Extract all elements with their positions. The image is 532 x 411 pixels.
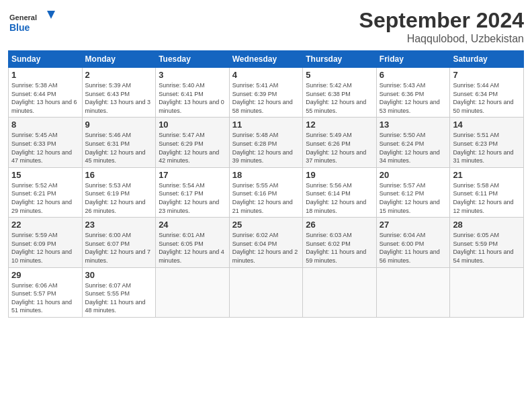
day-number: 12 xyxy=(306,120,373,130)
table-row: 9 Sunrise: 5:46 AM Sunset: 6:31 PM Dayli… xyxy=(82,118,156,167)
header-monday: Monday xyxy=(82,51,156,68)
logo: General Blue xyxy=(8,8,62,38)
day-number: 14 xyxy=(453,120,521,130)
day-number: 11 xyxy=(232,120,300,130)
day-info: Sunrise: 6:06 AM Sunset: 5:57 PM Dayligh… xyxy=(11,281,79,315)
day-info: Sunrise: 5:40 AM Sunset: 6:41 PM Dayligh… xyxy=(159,81,226,115)
day-number: 29 xyxy=(11,270,79,280)
table-row: 27 Sunrise: 6:04 AM Sunset: 6:00 PM Dayl… xyxy=(376,218,450,267)
day-number: 2 xyxy=(85,70,153,80)
day-info: Sunrise: 5:58 AM Sunset: 6:11 PM Dayligh… xyxy=(453,181,521,215)
table-row: 22 Sunrise: 5:59 AM Sunset: 6:09 PM Dayl… xyxy=(9,218,83,267)
day-info: Sunrise: 6:03 AM Sunset: 6:02 PM Dayligh… xyxy=(306,231,373,265)
logo-svg: General Blue xyxy=(8,8,62,38)
day-number: 27 xyxy=(380,220,447,230)
day-number: 18 xyxy=(232,170,300,180)
weekday-header-row: Sunday Monday Tuesday Wednesday Thursday… xyxy=(9,51,524,68)
table-row: 23 Sunrise: 6:00 AM Sunset: 6:07 PM Dayl… xyxy=(82,218,156,267)
calendar-week-row: 29 Sunrise: 6:06 AM Sunset: 5:57 PM Dayl… xyxy=(9,267,524,317)
day-info: Sunrise: 5:50 AM Sunset: 6:24 PM Dayligh… xyxy=(380,131,447,165)
title-area: September 2024 Haqqulobod, Uzbekistan xyxy=(359,8,524,45)
day-number: 13 xyxy=(380,120,447,130)
table-row xyxy=(303,267,377,317)
svg-text:Blue: Blue xyxy=(9,22,30,33)
day-info: Sunrise: 5:41 AM Sunset: 6:39 PM Dayligh… xyxy=(232,81,300,115)
table-row: 30 Sunrise: 6:07 AM Sunset: 5:55 PM Dayl… xyxy=(82,267,156,317)
day-info: Sunrise: 5:55 AM Sunset: 6:16 PM Dayligh… xyxy=(232,181,300,215)
table-row: 24 Sunrise: 6:01 AM Sunset: 6:05 PM Dayl… xyxy=(156,218,230,267)
day-info: Sunrise: 5:49 AM Sunset: 6:26 PM Dayligh… xyxy=(306,131,373,165)
day-info: Sunrise: 6:01 AM Sunset: 6:05 PM Dayligh… xyxy=(159,231,226,265)
day-number: 23 xyxy=(85,220,153,230)
day-number: 1 xyxy=(11,70,79,80)
day-info: Sunrise: 5:43 AM Sunset: 6:36 PM Dayligh… xyxy=(380,81,447,115)
table-row: 20 Sunrise: 5:57 AM Sunset: 6:12 PM Dayl… xyxy=(376,167,450,217)
table-row: 26 Sunrise: 6:03 AM Sunset: 6:02 PM Dayl… xyxy=(303,218,377,267)
table-row: 6 Sunrise: 5:43 AM Sunset: 6:36 PM Dayli… xyxy=(376,68,450,118)
table-row xyxy=(450,267,524,317)
day-info: Sunrise: 5:54 AM Sunset: 6:17 PM Dayligh… xyxy=(159,181,226,215)
table-row: 16 Sunrise: 5:53 AM Sunset: 6:19 PM Dayl… xyxy=(82,167,156,217)
day-number: 16 xyxy=(85,170,153,180)
day-info: Sunrise: 5:42 AM Sunset: 6:38 PM Dayligh… xyxy=(306,81,373,115)
calendar-table: Sunday Monday Tuesday Wednesday Thursday… xyxy=(8,50,524,318)
day-number: 19 xyxy=(306,170,373,180)
day-number: 3 xyxy=(159,70,226,80)
table-row: 28 Sunrise: 6:05 AM Sunset: 5:59 PM Dayl… xyxy=(450,218,524,267)
table-row: 14 Sunrise: 5:51 AM Sunset: 6:23 PM Dayl… xyxy=(450,118,524,167)
day-info: Sunrise: 5:39 AM Sunset: 6:43 PM Dayligh… xyxy=(85,81,153,115)
day-info: Sunrise: 5:48 AM Sunset: 6:28 PM Dayligh… xyxy=(232,131,300,165)
table-row: 21 Sunrise: 5:58 AM Sunset: 6:11 PM Dayl… xyxy=(450,167,524,217)
day-number: 30 xyxy=(85,270,153,280)
table-row: 12 Sunrise: 5:49 AM Sunset: 6:26 PM Dayl… xyxy=(303,118,377,167)
day-number: 15 xyxy=(11,170,79,180)
calendar-week-row: 22 Sunrise: 5:59 AM Sunset: 6:09 PM Dayl… xyxy=(9,218,524,267)
day-info: Sunrise: 5:57 AM Sunset: 6:12 PM Dayligh… xyxy=(380,181,447,215)
svg-marker-3 xyxy=(47,11,55,19)
table-row: 5 Sunrise: 5:42 AM Sunset: 6:38 PM Dayli… xyxy=(303,68,377,118)
table-row: 15 Sunrise: 5:52 AM Sunset: 6:21 PM Dayl… xyxy=(9,167,83,217)
table-row: 7 Sunrise: 5:44 AM Sunset: 6:34 PM Dayli… xyxy=(450,68,524,118)
table-row: 18 Sunrise: 5:55 AM Sunset: 6:16 PM Dayl… xyxy=(229,167,303,217)
table-row xyxy=(376,267,450,317)
day-info: Sunrise: 5:38 AM Sunset: 6:44 PM Dayligh… xyxy=(11,81,79,115)
header-saturday: Saturday xyxy=(450,51,524,68)
day-number: 28 xyxy=(453,220,521,230)
table-row: 4 Sunrise: 5:41 AM Sunset: 6:39 PM Dayli… xyxy=(229,68,303,118)
day-info: Sunrise: 6:05 AM Sunset: 5:59 PM Dayligh… xyxy=(453,231,521,265)
table-row: 1 Sunrise: 5:38 AM Sunset: 6:44 PM Dayli… xyxy=(9,68,83,118)
table-row: 25 Sunrise: 6:02 AM Sunset: 6:04 PM Dayl… xyxy=(229,218,303,267)
table-row: 11 Sunrise: 5:48 AM Sunset: 6:28 PM Dayl… xyxy=(229,118,303,167)
day-number: 7 xyxy=(453,70,521,80)
day-info: Sunrise: 5:46 AM Sunset: 6:31 PM Dayligh… xyxy=(85,131,153,165)
day-number: 5 xyxy=(306,70,373,80)
day-info: Sunrise: 5:45 AM Sunset: 6:33 PM Dayligh… xyxy=(11,131,79,165)
day-info: Sunrise: 5:59 AM Sunset: 6:09 PM Dayligh… xyxy=(11,231,79,265)
calendar-week-row: 1 Sunrise: 5:38 AM Sunset: 6:44 PM Dayli… xyxy=(9,68,524,118)
day-number: 4 xyxy=(232,70,300,80)
day-number: 26 xyxy=(306,220,373,230)
day-number: 9 xyxy=(85,120,153,130)
table-row: 17 Sunrise: 5:54 AM Sunset: 6:17 PM Dayl… xyxy=(156,167,230,217)
table-row xyxy=(156,267,230,317)
table-row: 19 Sunrise: 5:56 AM Sunset: 6:14 PM Dayl… xyxy=(303,167,377,217)
table-row xyxy=(229,267,303,317)
day-number: 8 xyxy=(11,120,79,130)
header-wednesday: Wednesday xyxy=(229,51,303,68)
day-number: 25 xyxy=(232,220,300,230)
header: General Blue September 2024 Haqqulobod, … xyxy=(8,8,524,45)
header-tuesday: Tuesday xyxy=(156,51,230,68)
day-info: Sunrise: 6:02 AM Sunset: 6:04 PM Dayligh… xyxy=(232,231,300,265)
table-row: 13 Sunrise: 5:50 AM Sunset: 6:24 PM Dayl… xyxy=(376,118,450,167)
day-info: Sunrise: 5:56 AM Sunset: 6:14 PM Dayligh… xyxy=(306,181,373,215)
calendar-week-row: 15 Sunrise: 5:52 AM Sunset: 6:21 PM Dayl… xyxy=(9,167,524,217)
day-info: Sunrise: 5:44 AM Sunset: 6:34 PM Dayligh… xyxy=(453,81,521,115)
svg-text:General: General xyxy=(9,13,37,21)
day-info: Sunrise: 5:51 AM Sunset: 6:23 PM Dayligh… xyxy=(453,131,521,165)
day-info: Sunrise: 6:00 AM Sunset: 6:07 PM Dayligh… xyxy=(85,231,153,265)
table-row: 8 Sunrise: 5:45 AM Sunset: 6:33 PM Dayli… xyxy=(9,118,83,167)
table-row: 10 Sunrise: 5:47 AM Sunset: 6:29 PM Dayl… xyxy=(156,118,230,167)
day-number: 17 xyxy=(159,170,226,180)
day-info: Sunrise: 5:47 AM Sunset: 6:29 PM Dayligh… xyxy=(159,131,226,165)
day-number: 6 xyxy=(380,70,447,80)
